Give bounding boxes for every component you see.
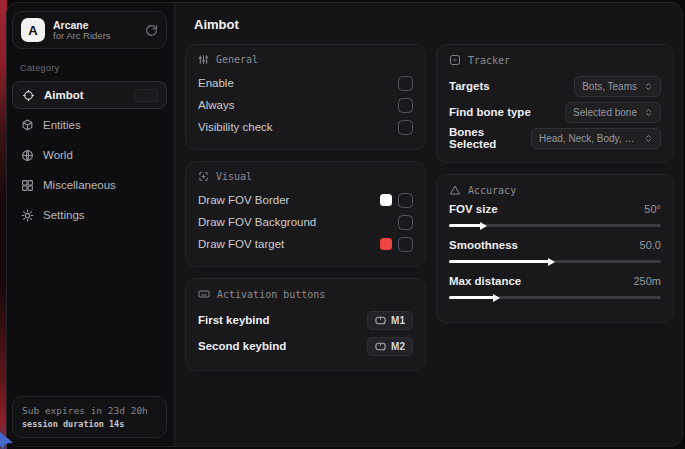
always-checkbox[interactable] bbox=[398, 98, 413, 113]
logo-initial: A bbox=[28, 23, 37, 38]
setting-row: Enable bbox=[198, 72, 413, 94]
dropdown-value: Selected bone bbox=[573, 107, 637, 118]
sidebar-item-label: Entities bbox=[43, 119, 81, 131]
panel-general: General Enable Always Visibility check bbox=[185, 44, 426, 150]
setting-row: Draw FOV target bbox=[198, 233, 413, 255]
setting-row: Always bbox=[198, 94, 413, 116]
sidebar-item-entities[interactable]: Entities bbox=[12, 111, 167, 139]
slider-thumb[interactable] bbox=[480, 222, 487, 230]
gear-icon bbox=[21, 209, 34, 222]
cube-icon bbox=[21, 119, 34, 132]
setting-row: Draw FOV Border bbox=[198, 189, 413, 211]
panel-activation-buttons: Activation buttons First keybind M1 bbox=[185, 278, 426, 371]
panel-title: General bbox=[216, 54, 258, 65]
slider-row: Max distance 250m bbox=[449, 275, 661, 299]
enable-checkbox[interactable] bbox=[398, 76, 413, 91]
slider-row: FOV size 50° bbox=[449, 203, 661, 227]
setting-row: Second keybind M2 bbox=[198, 333, 413, 359]
fov-target-color-swatch[interactable] bbox=[380, 238, 392, 250]
smoothness-slider[interactable] bbox=[449, 260, 661, 263]
setting-row: Visibility check bbox=[198, 116, 413, 138]
slider-value: 50.0 bbox=[640, 239, 661, 251]
category-label: Category bbox=[20, 63, 167, 73]
fov-border-color-swatch[interactable] bbox=[380, 194, 392, 206]
visibility-check-checkbox[interactable] bbox=[398, 120, 413, 135]
crosshair-icon bbox=[22, 89, 35, 102]
find-bone-type-dropdown[interactable]: Selected bone bbox=[565, 102, 661, 123]
setting-label: Draw FOV Background bbox=[198, 216, 316, 228]
slider-label: Max distance bbox=[449, 275, 521, 287]
fov-size-slider[interactable] bbox=[449, 224, 661, 227]
panel-title: Activation buttons bbox=[217, 289, 325, 300]
setting-label: Bones Selected bbox=[449, 126, 531, 150]
subscription-card: Sub expires in 23d 20h session duration … bbox=[12, 396, 167, 438]
second-keybind-button[interactable]: M2 bbox=[367, 337, 413, 356]
logo-avatar: A bbox=[21, 18, 45, 42]
sidebar-item-aimbot[interactable]: Aimbot bbox=[12, 81, 167, 109]
app-window: A Arcane for Arc Riders Category bbox=[6, 2, 683, 447]
panel-accuracy: Accuracy FOV size 50° bbox=[436, 174, 674, 323]
setting-label: Enable bbox=[198, 77, 234, 89]
sidebar-item-label: Aimbot bbox=[44, 89, 84, 101]
sidebar: A Arcane for Arc Riders Category bbox=[7, 3, 175, 446]
keybind-value: M1 bbox=[391, 315, 405, 326]
sidebar-item-label: Settings bbox=[43, 209, 85, 221]
setting-label: Second keybind bbox=[198, 340, 286, 352]
sidebar-item-world[interactable]: World bbox=[12, 141, 167, 169]
mouse-icon bbox=[375, 316, 386, 325]
slider-label: FOV size bbox=[449, 203, 498, 215]
setting-label: Find bone type bbox=[449, 106, 531, 118]
setting-row: Bones Selected Head, Neck, Body, Pe.. bbox=[449, 125, 661, 151]
chevrons-up-down-icon bbox=[644, 82, 653, 91]
slider-label: Smoothness bbox=[449, 239, 518, 251]
draw-fov-border-checkbox[interactable] bbox=[398, 193, 413, 208]
globe-icon bbox=[21, 149, 34, 162]
sidebar-nav: Aimbot Entities bbox=[12, 81, 167, 231]
bones-selected-dropdown[interactable]: Head, Neck, Body, Pe.. bbox=[531, 128, 661, 149]
sync-icon[interactable] bbox=[145, 24, 158, 37]
scan-icon bbox=[198, 171, 209, 182]
slider-value: 50° bbox=[644, 203, 661, 215]
slider-value: 250m bbox=[633, 275, 661, 287]
chevrons-up-down-icon bbox=[644, 134, 653, 143]
sub-expiry-text: Sub expires in 23d 20h bbox=[22, 405, 157, 416]
setting-label: Draw FOV Border bbox=[198, 194, 289, 206]
max-distance-slider[interactable] bbox=[449, 296, 661, 299]
grid-icon bbox=[21, 179, 34, 192]
keybind-value: M2 bbox=[391, 341, 405, 352]
setting-row: First keybind M1 bbox=[198, 307, 413, 333]
page-title: Aimbot bbox=[194, 17, 674, 32]
dropdown-value: Head, Neck, Body, Pe.. bbox=[539, 133, 637, 144]
desktop-background: A Arcane for Arc Riders Category bbox=[0, 0, 685, 449]
first-keybind-button[interactable]: M1 bbox=[367, 311, 413, 330]
keyboard-icon bbox=[198, 288, 210, 300]
chevrons-up-down-icon bbox=[644, 108, 653, 117]
sidebar-item-miscellaneous[interactable]: Miscellaneous bbox=[12, 171, 167, 199]
sidebar-item-label: World bbox=[43, 149, 73, 161]
panel-title: Accuracy bbox=[468, 185, 516, 196]
triangle-icon bbox=[449, 184, 461, 196]
aimbot-hotkey-badge bbox=[134, 89, 158, 102]
session-duration-text: session duration 14s bbox=[22, 419, 157, 429]
setting-row: Targets Bots, Teams bbox=[449, 73, 661, 99]
draw-fov-target-checkbox[interactable] bbox=[398, 237, 413, 252]
panel-tracker: Tracker Targets Bots, Teams bbox=[436, 44, 674, 163]
setting-row: Draw FOV Background bbox=[198, 211, 413, 233]
slider-thumb[interactable] bbox=[548, 258, 555, 266]
logo-text: Arcane for Arc Riders bbox=[53, 19, 137, 42]
app-subtitle: for Arc Riders bbox=[53, 31, 137, 42]
sidebar-item-settings[interactable]: Settings bbox=[12, 201, 167, 229]
dropdown-value: Bots, Teams bbox=[582, 81, 637, 92]
targets-dropdown[interactable]: Bots, Teams bbox=[574, 76, 661, 97]
target-icon bbox=[449, 54, 461, 66]
slider-thumb[interactable] bbox=[493, 294, 500, 302]
setting-row: Find bone type Selected bone bbox=[449, 99, 661, 125]
draw-fov-background-checkbox[interactable] bbox=[398, 215, 413, 230]
slider-row: Smoothness 50.0 bbox=[449, 239, 661, 263]
logo-card: A Arcane for Arc Riders bbox=[12, 11, 167, 49]
setting-label: Targets bbox=[449, 80, 490, 92]
setting-label: Draw FOV target bbox=[198, 238, 284, 250]
mouse-icon bbox=[375, 342, 386, 351]
sidebar-item-label: Miscellaneous bbox=[43, 179, 116, 191]
main-content: Aimbot General bbox=[175, 3, 682, 446]
